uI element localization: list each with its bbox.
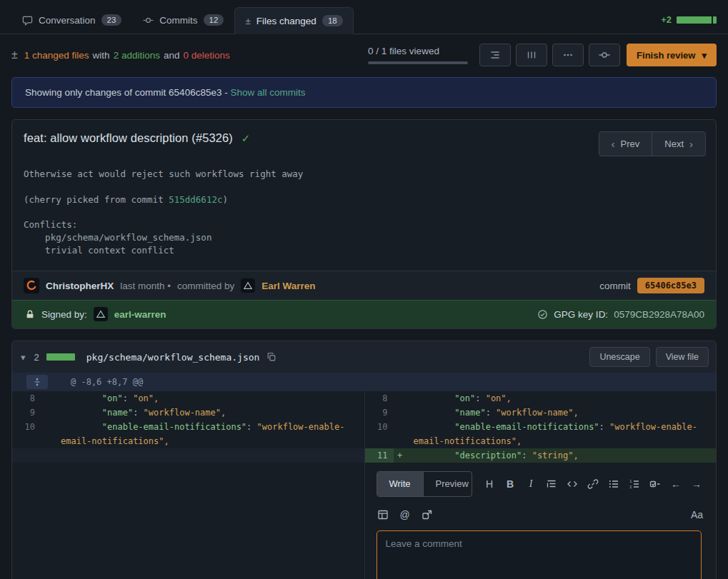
copy-filename-icon[interactable] [266, 352, 276, 362]
files-viewed-bar [368, 61, 468, 64]
author-name[interactable]: ChristopherHX [46, 281, 114, 291]
bullet-list-button[interactable] [607, 477, 620, 491]
undo-icon[interactable]: ← [669, 477, 682, 491]
bold-button[interactable]: B [504, 477, 517, 491]
signer-avatar[interactable] [94, 307, 108, 321]
redo-icon[interactable]: → [690, 477, 703, 491]
code-line: "description": "string", [407, 448, 717, 463]
diff-file-header: ▾ 2 pkg/schema/workflow_schema.json Unes… [12, 341, 716, 373]
code-button[interactable] [566, 477, 579, 491]
format-buttons: H B I [483, 477, 703, 491]
diff-line: 10 "enable-email-notifications": "workfl… [12, 420, 364, 448]
preview-tab[interactable]: Preview [423, 472, 472, 496]
unescape-button[interactable]: Unescape [589, 347, 649, 367]
review-toolbar: 0 / 1 files viewed Finish review ▾ [368, 44, 717, 66]
caret-down-icon: ▾ [702, 50, 707, 61]
lock-icon [25, 309, 35, 320]
editor-insert-row: @ Aa [377, 508, 704, 522]
line-number[interactable]: 8 [12, 391, 41, 406]
next-commit-button[interactable]: Next › [652, 131, 706, 156]
reference-button[interactable] [421, 508, 434, 522]
heading-button[interactable]: H [483, 477, 496, 491]
commit-signed-row: Signed by: earl-warren GPG key ID: 0579C… [12, 300, 716, 328]
code-line: "on": "on", [407, 391, 717, 406]
collapse-file-icon[interactable]: ▾ [19, 352, 27, 363]
additions-count: +2 [661, 14, 672, 25]
tab-label: Files changed [256, 16, 316, 26]
unified-diff-view-button[interactable] [479, 44, 511, 66]
line-number[interactable]: 11 [365, 448, 394, 463]
change-summary: ± 1 changed files with 2 additions and 0… [11, 49, 230, 61]
diff-icon: ± [11, 49, 18, 61]
line-number[interactable]: 9 [12, 406, 41, 420]
commit-label: commit [599, 281, 631, 291]
diff-hunk-row: @ -8,6 +8,7 @@ [12, 373, 716, 391]
editor-mode-tabs: Write Preview [377, 471, 473, 497]
comment-textarea[interactable] [377, 530, 702, 579]
signer-name-link[interactable]: earl-warren [114, 309, 166, 320]
summary-text: with [93, 50, 110, 61]
code-line: "on": "on", [54, 391, 364, 406]
committer-name[interactable]: Earl Warren [261, 281, 315, 291]
diff-options-button[interactable] [552, 44, 584, 66]
commit-message: Otherwise act would reject such workflow… [12, 156, 716, 271]
tab-files-changed[interactable]: ± Files changed 18 [234, 7, 353, 34]
pr-tab-bar: Conversation 23 Commits 12 ± Files chang… [0, 0, 728, 34]
cherry-pick-hash-link[interactable]: 515dd6612c [169, 194, 222, 205]
line-number[interactable]: 9 [365, 406, 394, 420]
commit-message-text: Otherwise act would reject such workflow… [24, 168, 303, 205]
split-diff-view-button[interactable] [516, 44, 547, 66]
tab-label: Conversation [39, 15, 96, 26]
committer-avatar[interactable] [241, 278, 255, 293]
author-avatar[interactable] [24, 278, 39, 293]
numbered-list-button[interactable]: 12 [628, 477, 641, 491]
line-number[interactable]: 8 [365, 391, 394, 406]
table-button[interactable] [377, 508, 389, 522]
diff-line: 9 "name": "workflow-name", [12, 406, 364, 420]
link-button[interactable] [587, 477, 599, 491]
italic-button[interactable]: I [524, 477, 537, 491]
files-viewed-label: 0 / 1 files viewed [368, 46, 439, 56]
view-file-button[interactable]: View file [656, 347, 709, 367]
text-size-button[interactable]: Aa [691, 508, 703, 522]
svg-text:2: 2 [629, 485, 632, 489]
quote-button[interactable] [545, 477, 558, 491]
hunk-header-text: @ -8,6 +8,7 @@ [61, 373, 143, 391]
mention-button[interactable]: @ [399, 508, 412, 522]
diff-line: 8 "on": "on", [12, 391, 364, 406]
changed-files-link[interactable]: 1 changed files [24, 50, 89, 61]
commit-sha-badge[interactable]: 65406c85e3 [637, 278, 704, 293]
code-line: "enable-email-notifications": "workflow-… [407, 420, 717, 448]
commit-title: feat: allow workflow description (#5326) [24, 131, 233, 144]
line-number[interactable]: 10 [12, 420, 41, 448]
tab-conversation[interactable]: Conversation 23 [11, 6, 132, 34]
diff-line: 8 "on": "on", [365, 391, 717, 406]
commit-status-check-icon: ✓ [241, 132, 251, 144]
commit-select-button[interactable] [589, 44, 620, 66]
commit-header: feat: allow workflow description (#5326)… [12, 120, 716, 156]
finish-review-button[interactable]: Finish review ▾ [627, 44, 717, 66]
file-change-count: 2 [34, 352, 39, 363]
summary-text: and [164, 50, 180, 61]
editor-toolbar: Write Preview H B I [377, 471, 704, 497]
code-line: "name": "workflow-name", [407, 406, 717, 420]
expand-hunk-button[interactable] [26, 375, 48, 389]
files-viewed-progress: 0 / 1 files viewed [368, 46, 468, 64]
pull-request-files-page: Conversation 23 Commits 12 ± Files chang… [0, 0, 728, 579]
line-number[interactable]: 10 [365, 420, 394, 448]
chevron-left-icon: ‹ [612, 138, 615, 150]
svg-text:1: 1 [629, 479, 632, 483]
tab-count-badge: 12 [204, 14, 224, 26]
tab-count-badge: 23 [101, 14, 122, 26]
tab-label: Commits [159, 15, 197, 26]
prev-label: Prev [621, 139, 640, 149]
file-name[interactable]: pkg/schema/workflow_schema.json [86, 352, 260, 363]
file-actions: Unescape View file [589, 347, 709, 367]
task-list-button[interactable] [649, 477, 662, 491]
pr-diff-stat: +2 [661, 14, 717, 25]
write-tab[interactable]: Write [377, 472, 423, 496]
tab-commits[interactable]: Commits 12 [132, 6, 234, 34]
split-diff: 8 "on": "on", 9 "name": "workflow-name",… [12, 391, 716, 579]
show-all-commits-link[interactable]: Show all commits [230, 87, 305, 98]
prev-commit-button[interactable]: ‹ Prev [599, 131, 653, 156]
